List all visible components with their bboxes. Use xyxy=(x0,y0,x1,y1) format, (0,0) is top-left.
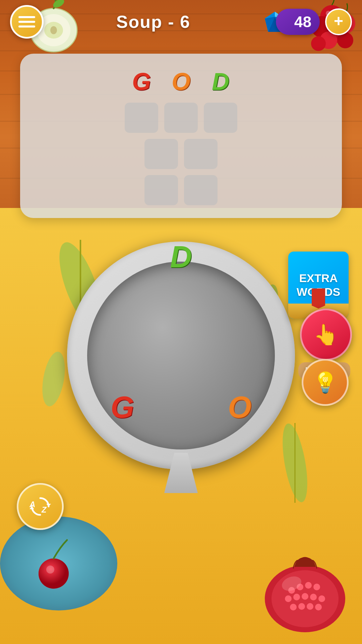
letter-bowl[interactable]: D G O xyxy=(64,238,298,473)
empty-cell-3-1 xyxy=(144,139,178,169)
shuffle-button[interactable]: A Z xyxy=(17,483,64,530)
empty-cell-3-2 xyxy=(184,139,218,169)
svg-point-45 xyxy=(290,604,297,610)
empty-cell-2-1 xyxy=(125,103,158,133)
score-area: 48 + xyxy=(263,8,352,35)
svg-point-47 xyxy=(307,603,313,610)
hand-icon: 👆 xyxy=(313,323,339,346)
lightbulb-icon: 💡 xyxy=(313,371,338,394)
word-row-4 xyxy=(144,175,218,205)
add-gems-button[interactable]: + xyxy=(325,8,352,35)
ruby-hint-button[interactable]: 👆 xyxy=(300,309,352,361)
svg-marker-29 xyxy=(46,504,51,506)
svg-point-33 xyxy=(46,566,54,574)
svg-point-44 xyxy=(318,595,325,602)
bowl-letter-d[interactable]: D xyxy=(170,242,192,272)
svg-point-42 xyxy=(302,593,308,600)
word-row-3 xyxy=(144,139,218,169)
letter-o: O xyxy=(172,69,190,94)
word-grid-panel: G O D xyxy=(20,54,342,218)
empty-cell-4-1 xyxy=(144,175,178,205)
extra-words-button[interactable]: EXTRA WORDS xyxy=(288,252,349,319)
svg-point-40 xyxy=(285,595,292,602)
svg-point-46 xyxy=(298,603,305,610)
svg-point-43 xyxy=(310,594,317,600)
letter-cell-g: G xyxy=(125,66,158,97)
svg-point-39 xyxy=(313,584,320,590)
bowl-letter-o[interactable]: O xyxy=(228,392,251,422)
svg-point-32 xyxy=(39,558,69,589)
letter-cell-o: O xyxy=(164,66,198,97)
letter-cell-d: D xyxy=(204,66,237,97)
svg-text:Z: Z xyxy=(41,505,47,514)
menu-icon xyxy=(18,16,35,28)
svg-point-38 xyxy=(305,582,312,589)
book-marker xyxy=(312,288,325,309)
score-value: 48 xyxy=(294,13,311,31)
bowl-letter-g[interactable]: G xyxy=(111,392,134,422)
hint-button[interactable]: 💡 xyxy=(302,359,349,406)
cherry-decoration xyxy=(34,530,87,590)
word-row-2 xyxy=(125,103,237,133)
add-icon: + xyxy=(334,13,343,29)
letter-g: G xyxy=(132,69,151,94)
score-pill: 48 xyxy=(276,9,320,35)
svg-point-48 xyxy=(315,604,322,610)
svg-point-41 xyxy=(293,594,300,600)
menu-button[interactable] xyxy=(10,5,44,39)
header: Soup - 6 48 + xyxy=(0,0,362,44)
letter-d: D xyxy=(212,69,229,94)
empty-cell-2-2 xyxy=(164,103,198,133)
empty-cell-4-2 xyxy=(184,175,218,205)
extra-words-book: EXTRA WORDS xyxy=(288,252,349,319)
shuffle-icon: A Z xyxy=(27,493,54,520)
word-row-1: G O D xyxy=(125,66,237,97)
pomegranate-decoration xyxy=(258,547,352,634)
empty-cell-2-3 xyxy=(204,103,237,133)
game-title: Soup - 6 xyxy=(116,12,190,32)
